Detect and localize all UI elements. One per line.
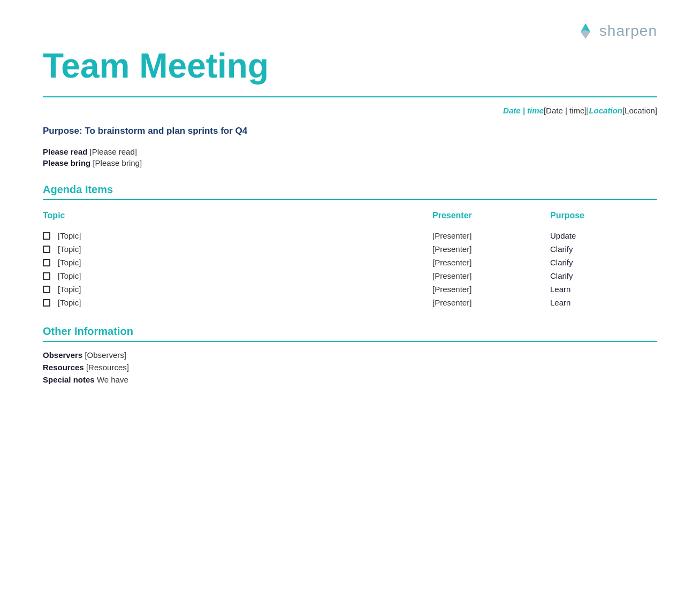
- please-bring-label: Please bring: [43, 158, 90, 167]
- date-placeholder: [Date | time]|: [544, 106, 589, 115]
- date-location-row: Date | time [Date | time]| Location [Loc…: [43, 106, 657, 115]
- agenda-checkbox[interactable]: [43, 246, 50, 253]
- topic-cell: [Topic]: [43, 298, 432, 307]
- topic-cell: [Topic]: [43, 244, 432, 254]
- please-read-label: Please read: [43, 147, 87, 156]
- special-notes-row: Special notes We have: [43, 375, 657, 384]
- table-row: [Topic][Presenter]Clarify: [43, 256, 657, 269]
- resources-value: [Resources]: [86, 363, 129, 372]
- purpose-cell: Update: [550, 231, 657, 240]
- table-row: [Topic][Presenter]Clarify: [43, 269, 657, 282]
- resources-row: Resources [Resources]: [43, 363, 657, 372]
- observers-label: Observers: [43, 350, 82, 360]
- agenda-checkbox[interactable]: [43, 259, 50, 266]
- logo-text: sharpen: [599, 22, 657, 40]
- topic-text: [Topic]: [58, 244, 81, 254]
- purpose-cell: Learn: [550, 298, 657, 307]
- table-row: [Topic][Presenter]Update: [43, 229, 657, 242]
- special-notes-value: We have: [97, 375, 128, 384]
- location-placeholder: [Location]: [622, 106, 657, 115]
- special-notes-label: Special notes: [43, 375, 95, 384]
- presenter-cell: [Presenter]: [432, 298, 550, 307]
- table-row: [Topic][Presenter]Clarify: [43, 242, 657, 256]
- resources-label: Resources: [43, 363, 84, 372]
- presenter-cell: [Presenter]: [432, 285, 550, 294]
- other-info-section: Other Information Observers [Observers] …: [43, 325, 657, 384]
- purpose-cell: Clarify: [550, 244, 657, 254]
- other-info-title: Other Information: [43, 325, 133, 338]
- table-row: [Topic][Presenter]Learn: [43, 282, 657, 296]
- presenter-cell: [Presenter]: [432, 231, 550, 240]
- agenda-column-headers: Topic Presenter Purpose: [43, 209, 657, 225]
- date-label: Date | time: [503, 106, 544, 115]
- purpose-cell: Clarify: [550, 258, 657, 267]
- purpose-cell: Learn: [550, 285, 657, 294]
- col-header-purpose: Purpose: [550, 209, 657, 225]
- other-info-section-header: Other Information: [43, 325, 657, 342]
- agenda-section-header: Agenda Items: [43, 184, 657, 200]
- purpose-text: Purpose: To brainstorm and plan sprints …: [43, 126, 247, 136]
- agenda-checkbox[interactable]: [43, 232, 50, 240]
- please-read-value: [Please read]: [90, 147, 137, 156]
- col-header-topic: Topic: [43, 209, 432, 225]
- topic-text: [Topic]: [58, 258, 81, 267]
- agenda-rows-container: [Topic][Presenter]Update[Topic][Presente…: [43, 229, 657, 309]
- top-divider: [43, 96, 657, 97]
- sharpen-logo-icon: [576, 21, 595, 41]
- agenda-section: Agenda Items Topic Presenter Purpose [To…: [43, 184, 657, 309]
- please-bring-row: Please bring [Please bring]: [43, 158, 657, 167]
- observers-row: Observers [Observers]: [43, 350, 657, 360]
- please-read-row: Please read [Please read]: [43, 147, 657, 156]
- observers-value: [Observers]: [85, 350, 126, 360]
- agenda-checkbox[interactable]: [43, 286, 50, 293]
- topic-text: [Topic]: [58, 231, 81, 240]
- topic-cell: [Topic]: [43, 285, 432, 294]
- page-title: Team Meeting: [43, 46, 657, 86]
- prep-section: Please read [Please read] Please bring […: [43, 147, 657, 167]
- col-header-presenter: Presenter: [432, 209, 550, 225]
- topic-text: [Topic]: [58, 271, 81, 280]
- presenter-cell: [Presenter]: [432, 244, 550, 254]
- table-row: [Topic][Presenter]Learn: [43, 296, 657, 309]
- topic-text: [Topic]: [58, 298, 81, 307]
- please-bring-value: [Please bring]: [93, 158, 142, 167]
- presenter-cell: [Presenter]: [432, 271, 550, 280]
- topic-cell: [Topic]: [43, 231, 432, 240]
- agenda-section-title: Agenda Items: [43, 184, 113, 196]
- purpose-row: Purpose: To brainstorm and plan sprints …: [43, 126, 657, 136]
- topic-cell: [Topic]: [43, 258, 432, 267]
- logo-area: sharpen: [43, 21, 657, 41]
- topic-text: [Topic]: [58, 285, 81, 294]
- agenda-checkbox[interactable]: [43, 272, 50, 280]
- purpose-cell: Clarify: [550, 271, 657, 280]
- agenda-checkbox[interactable]: [43, 299, 50, 307]
- location-label: Location: [589, 106, 622, 115]
- topic-cell: [Topic]: [43, 271, 432, 280]
- presenter-cell: [Presenter]: [432, 258, 550, 267]
